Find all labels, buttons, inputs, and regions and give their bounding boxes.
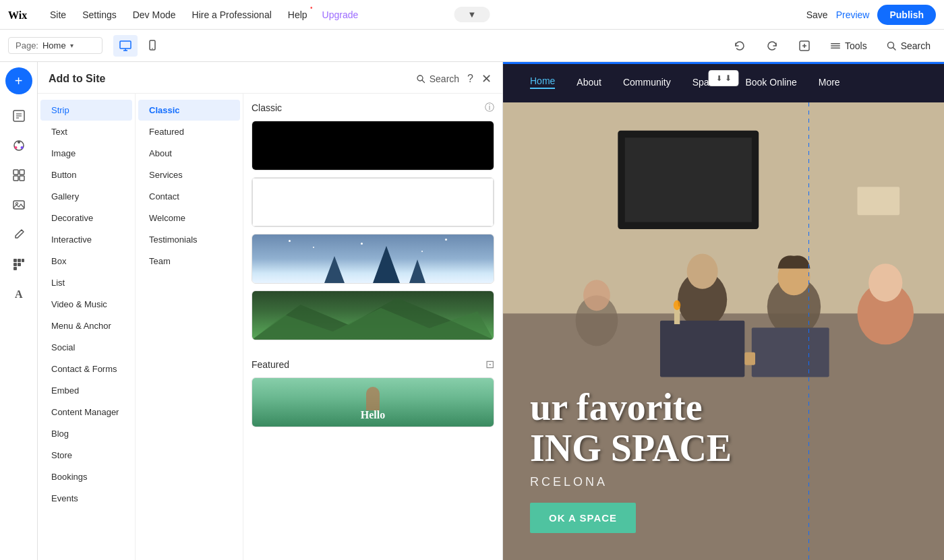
svg-rect-29 xyxy=(18,259,21,262)
site-menu[interactable]: Site xyxy=(49,7,67,23)
category-item-embed[interactable]: Embed xyxy=(40,380,132,401)
svg-point-20 xyxy=(20,146,23,149)
settings-menu[interactable]: Settings xyxy=(81,7,118,23)
tools-button[interactable]: Tools xyxy=(825,38,873,54)
category-item-interactive[interactable]: Interactive xyxy=(40,229,132,250)
zoom-button[interactable] xyxy=(792,35,817,57)
subcategory-item-classic[interactable]: Classic xyxy=(138,100,240,121)
svg-rect-11 xyxy=(831,47,840,49)
featured-section-header: Featured ⊡ xyxy=(252,358,494,371)
category-item-video-music[interactable]: Video & Music xyxy=(40,294,132,315)
header-search-button[interactable]: Search xyxy=(881,38,936,54)
redo-button[interactable] xyxy=(760,35,784,57)
hire-menu[interactable]: Hire a Professional xyxy=(191,7,273,23)
svg-point-21 xyxy=(14,146,17,149)
main-area: + xyxy=(0,62,944,560)
sidebar-media-icon[interactable] xyxy=(5,191,32,218)
sidebar-blog-icon[interactable] xyxy=(5,221,32,248)
classic-white-preview xyxy=(252,178,494,226)
category-item-image[interactable]: Image xyxy=(40,143,132,164)
category-item-decorative[interactable]: Decorative xyxy=(40,208,132,228)
svg-rect-10 xyxy=(831,45,840,46)
devmode-menu[interactable]: Dev Mode xyxy=(131,7,177,23)
sidebar-apps-icon[interactable] xyxy=(5,251,32,278)
category-item-store[interactable]: Store xyxy=(40,445,132,466)
add-panel-search-label: Search xyxy=(430,73,459,84)
upgrade-button[interactable]: Upgrade xyxy=(322,9,359,20)
category-item-strip[interactable]: Strip xyxy=(40,100,132,121)
preview-button[interactable]: Preview xyxy=(836,9,870,20)
add-strip-button[interactable]: ⬇ xyxy=(709,70,739,86)
subcategory-item-team[interactable]: Team xyxy=(138,251,240,272)
snow-tree-3 xyxy=(409,259,425,283)
sidebar-pages-icon[interactable] xyxy=(5,102,32,129)
classic-white-template[interactable] xyxy=(252,177,494,227)
mobile-view-button[interactable] xyxy=(140,35,165,57)
category-item-menu-anchor[interactable]: Menu & Anchor xyxy=(40,315,132,336)
snow-dot-4 xyxy=(421,251,423,252)
hero-cta-button[interactable]: OK A SPACE xyxy=(530,503,636,533)
featured-section-video-icon[interactable]: ⊡ xyxy=(485,358,494,371)
svg-marker-38 xyxy=(252,308,494,340)
category-item-bookings[interactable]: Bookings xyxy=(40,466,132,487)
add-panel-close-button[interactable]: ✕ xyxy=(481,71,492,86)
undo-button[interactable] xyxy=(728,35,752,57)
category-item-text[interactable]: Text xyxy=(40,121,132,142)
featured-section-title: Featured xyxy=(252,359,289,370)
classic-section-info-icon[interactable]: ⓘ xyxy=(485,102,494,114)
classic-black-template[interactable] xyxy=(252,121,494,170)
subcategory-item-featured[interactable]: Featured xyxy=(138,121,240,142)
site-nav-more[interactable]: More xyxy=(819,77,840,88)
add-elements-button[interactable]: + xyxy=(5,67,32,94)
classic-black-preview xyxy=(252,121,494,170)
category-item-gallery[interactable]: Gallery xyxy=(40,186,132,207)
category-item-blog[interactable]: Blog xyxy=(40,423,132,444)
category-item-content-manager[interactable]: Content Manager xyxy=(40,402,132,423)
site-nav-home[interactable]: Home xyxy=(530,75,555,89)
desktop-view-button[interactable] xyxy=(113,35,138,57)
save-button[interactable]: Save xyxy=(806,9,828,20)
top-nav-right: Save Preview Publish xyxy=(806,5,936,25)
svg-rect-1 xyxy=(120,41,131,49)
classic-mountain-template[interactable] xyxy=(252,290,494,340)
category-item-button[interactable]: Button xyxy=(40,164,132,185)
category-item-events[interactable]: Events xyxy=(40,488,132,509)
top-navigation: Wix Site Settings Dev Mode Hire a Profes… xyxy=(0,0,944,30)
wix-logo[interactable]: Wix xyxy=(8,8,32,22)
mountain-svg xyxy=(252,291,494,340)
svg-text:A: A xyxy=(15,288,23,300)
site-nav-book-online[interactable]: Book Online xyxy=(745,77,796,88)
subcategory-item-welcome[interactable]: Welcome xyxy=(138,208,240,228)
add-to-site-panel: Add to Site Search ? ✕ Strip Text Image xyxy=(38,62,503,560)
add-panel-search-button[interactable]: Search xyxy=(416,73,459,84)
add-panel-help-icon[interactable]: ? xyxy=(467,73,473,85)
editor-mode-dropdown[interactable]: ▼ xyxy=(454,7,490,22)
help-menu[interactable]: Help xyxy=(287,7,309,23)
snow-dot-3 xyxy=(361,243,363,245)
templates-panel: Classic ⓘ xyxy=(243,94,502,560)
snow-dot-2 xyxy=(313,247,314,248)
sidebar-design-icon[interactable] xyxy=(5,132,32,159)
svg-rect-24 xyxy=(13,176,18,181)
category-item-contact-forms[interactable]: Contact & Forms xyxy=(40,359,132,379)
sidebar-sections-icon[interactable] xyxy=(5,162,32,189)
page-selector[interactable]: Page: Home ▾ xyxy=(8,37,102,54)
category-item-box[interactable]: Box xyxy=(40,251,132,272)
subcategory-item-testimonials[interactable]: Testimonials xyxy=(138,229,240,250)
svg-rect-32 xyxy=(18,263,21,266)
classic-snow-preview xyxy=(252,235,494,283)
subcategory-item-about[interactable]: About xyxy=(138,143,240,164)
left-icon-sidebar: + xyxy=(0,62,38,560)
featured-hello-template[interactable]: Hello xyxy=(252,377,494,427)
classic-snow-template[interactable] xyxy=(252,234,494,284)
publish-button[interactable]: Publish xyxy=(877,5,936,25)
svg-point-56 xyxy=(583,280,610,311)
subcategory-item-contact[interactable]: Contact xyxy=(138,186,240,207)
category-item-social[interactable]: Social xyxy=(40,337,132,358)
site-nav-community[interactable]: Community xyxy=(623,77,671,88)
subcategory-item-services[interactable]: Services xyxy=(138,164,240,185)
sidebar-text-icon[interactable]: A xyxy=(5,280,32,307)
site-nav-about[interactable]: About xyxy=(577,77,601,88)
classic-section-title: Classic xyxy=(252,102,282,113)
category-item-list[interactable]: List xyxy=(40,272,132,293)
